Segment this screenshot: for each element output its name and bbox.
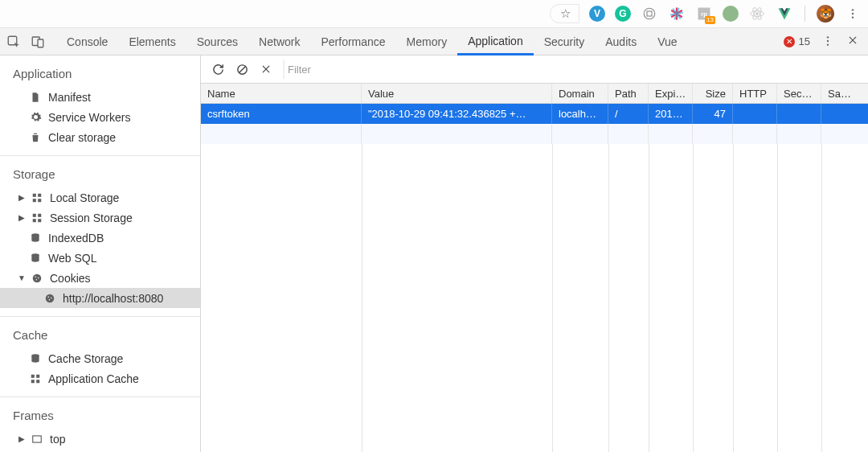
ext-icon-react[interactable] [748, 5, 766, 23]
sidebar-section-cache: Cache Cache Storage Application Cache [0, 317, 200, 397]
col-samesite[interactable]: Sa… [821, 84, 868, 103]
grid-icon [31, 212, 43, 224]
col-value[interactable]: Value [362, 84, 552, 103]
table-body-empty [201, 144, 868, 452]
sidebar-item-label: Web SQL [48, 252, 96, 265]
svg-rect-13 [38, 39, 43, 47]
col-name[interactable]: Name [201, 84, 362, 103]
tab-performance[interactable]: Performance [310, 28, 395, 55]
svg-rect-22 [38, 213, 41, 216]
tab-audits[interactable]: Audits [595, 28, 647, 55]
ext-icon-axure[interactable]: rp 13 [695, 5, 713, 23]
sidebar-item-cookies[interactable]: ▼ Cookies [0, 268, 200, 288]
ext-icon-green[interactable] [723, 6, 739, 22]
browser-menu-icon[interactable] [844, 5, 862, 23]
svg-point-0 [644, 8, 655, 19]
sidebar-item-cache-storage[interactable]: Cache Storage [0, 348, 200, 368]
sidebar-item-label: Cookies [50, 272, 91, 285]
svg-point-31 [46, 294, 55, 302]
sidebar-item-label: Session Storage [50, 212, 133, 224]
sidebar-section-frames: Frames ▶ top [0, 397, 200, 452]
svg-point-29 [38, 277, 39, 278]
sidebar-item-cookie-origin[interactable]: http://localhost:8080 [0, 288, 200, 308]
svg-point-10 [852, 16, 854, 18]
delete-icon[interactable] [259, 62, 273, 76]
svg-point-33 [51, 297, 52, 298]
profile-avatar[interactable]: 🐯 [817, 5, 834, 23]
cookie-panel: Name Value Domain Path Expi… Size HTTP S… [201, 55, 868, 452]
sidebar-item-web-sql[interactable]: Web SQL [0, 248, 200, 268]
tab-application[interactable]: Application [457, 29, 534, 55]
grid-icon [29, 372, 42, 385]
col-size[interactable]: Size [693, 84, 733, 103]
inspect-icon[interactable] [6, 35, 21, 49]
svg-point-27 [33, 273, 42, 282]
ext-icon-asterisk[interactable] [668, 5, 686, 23]
tab-memory[interactable]: Memory [396, 28, 458, 55]
sidebar-item-local-storage[interactable]: ▶ Local Storage [0, 187, 200, 208]
refresh-icon[interactable] [211, 62, 225, 76]
devtools-menu-icon[interactable] [821, 35, 836, 49]
sidebar-item-label: http://localhost:8080 [63, 292, 163, 305]
error-count[interactable]: ✕ 15 [784, 35, 810, 47]
svg-point-30 [36, 278, 38, 280]
sidebar-item-indexeddb[interactable]: IndexedDB [0, 228, 200, 248]
cell-samesite [821, 104, 868, 124]
tab-network[interactable]: Network [248, 28, 310, 55]
sidebar-item-clear-storage[interactable]: Clear storage [0, 127, 200, 147]
svg-rect-18 [38, 193, 41, 196]
sidebar-item-top-frame[interactable]: ▶ top [0, 429, 200, 449]
sidebar-item-label: Service Workers [48, 111, 130, 124]
tab-console[interactable]: Console [56, 28, 118, 55]
col-domain[interactable]: Domain [552, 84, 608, 103]
col-path[interactable]: Path [608, 84, 649, 103]
col-expires[interactable]: Expi… [649, 84, 693, 103]
sidebar-title-storage: Storage [0, 162, 200, 187]
ext-icon-circle[interactable] [641, 5, 658, 23]
device-toggle-icon[interactable] [31, 35, 45, 49]
bookmark-star-icon[interactable]: ☆ [550, 4, 579, 23]
svg-rect-17 [33, 193, 36, 196]
tab-sources[interactable]: Sources [186, 28, 248, 55]
svg-point-28 [35, 276, 36, 277]
devtools-tabs: Console Elements Sources Network Perform… [56, 28, 688, 55]
db-icon [29, 252, 42, 265]
table-row[interactable]: csrftoken "2018-10-29 09:41:32.436825 +…… [201, 104, 868, 124]
sidebar-title-application: Application [0, 62, 200, 87]
ext-icon-vimium[interactable]: V [589, 6, 605, 22]
svg-point-8 [852, 9, 854, 10]
ext-icon-grammarly[interactable]: G [615, 6, 631, 22]
ext-icon-vue[interactable] [776, 5, 793, 23]
clear-all-icon[interactable] [235, 62, 249, 76]
cell-domain: localh… [552, 104, 608, 124]
svg-rect-38 [31, 380, 35, 383]
sidebar-section-application: Application Manifest Service Workers Cle… [0, 55, 200, 156]
svg-point-32 [47, 296, 49, 298]
col-http[interactable]: HTTP [733, 84, 777, 103]
svg-rect-36 [31, 374, 35, 377]
sidebar-item-application-cache[interactable]: Application Cache [0, 368, 200, 388]
table-row-empty[interactable] [201, 124, 868, 144]
chevron-right-icon: ▶ [18, 434, 26, 443]
svg-rect-20 [38, 199, 41, 202]
close-icon[interactable] [847, 35, 862, 49]
svg-rect-23 [33, 219, 36, 222]
sidebar-title-frames: Frames [0, 404, 200, 429]
sidebar-item-manifest[interactable]: Manifest [0, 87, 200, 107]
tab-security[interactable]: Security [534, 28, 596, 55]
sidebar-item-label: Manifest [48, 91, 91, 104]
sidebar-item-label: Local Storage [50, 191, 119, 204]
browser-toolbar: ☆ V G rp 13 🐯 [0, 0, 868, 28]
tab-elements[interactable]: Elements [118, 28, 186, 55]
cookie-toolbar [201, 55, 868, 84]
db-icon [29, 232, 42, 244]
sidebar-item-service-workers[interactable]: Service Workers [0, 107, 200, 127]
tab-vue[interactable]: Vue [647, 28, 687, 55]
svg-point-7 [756, 13, 759, 15]
sidebar-item-session-storage[interactable]: ▶ Session Storage [0, 208, 200, 228]
trash-icon [29, 131, 42, 144]
col-secure[interactable]: Sec… [777, 84, 821, 103]
svg-rect-1 [647, 11, 652, 16]
filter-input[interactable] [283, 60, 580, 79]
sidebar-item-label: Cache Storage [48, 352, 123, 365]
